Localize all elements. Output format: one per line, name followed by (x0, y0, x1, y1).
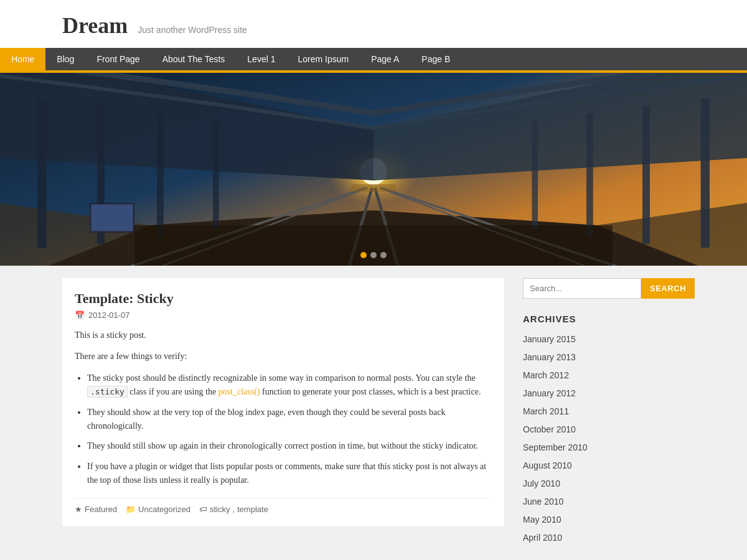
post-bullet-list: The sticky post should be distinctly rec… (87, 371, 492, 488)
svg-rect-16 (157, 113, 164, 236)
star-icon: ★ (75, 505, 82, 514)
search-widget: SEARCH (523, 278, 685, 299)
svg-rect-19 (642, 106, 650, 244)
archive-link[interactable]: January 2013 (523, 348, 685, 366)
svg-rect-14 (37, 98, 46, 248)
nav-item-page-b[interactable]: Page B (410, 48, 461, 70)
content-area: Template: Sticky 📅 2012-01-07 This is a … (62, 278, 504, 560)
archive-item: March 2012 (523, 366, 685, 385)
nav-item-page-a[interactable]: Page A (360, 48, 410, 70)
svg-rect-17 (213, 121, 219, 229)
nav-item-about-the-tests[interactable]: About The Tests (151, 48, 237, 70)
featured-link[interactable]: Featured (85, 505, 117, 514)
post-class-link[interactable]: post_class() (218, 387, 260, 396)
archive-link[interactable]: March 2011 (523, 403, 685, 420)
tag-template[interactable]: template (237, 505, 268, 514)
archive-item: January 2013 (523, 348, 685, 366)
featured-tag: ★ Featured (75, 505, 117, 514)
search-input[interactable] (523, 278, 641, 299)
post-intro: This is a sticky post. (75, 329, 492, 342)
archive-link[interactable]: May 2010 (523, 511, 685, 528)
archive-item: August 2010 (523, 457, 685, 475)
svg-rect-25 (351, 184, 396, 192)
svg-rect-22 (134, 225, 613, 266)
category-link[interactable]: Uncategorized (138, 505, 190, 514)
search-button[interactable]: SEARCH (641, 278, 695, 299)
post-meta: 📅 2012-01-07 (75, 310, 492, 320)
archive-item: January 2012 (523, 385, 685, 403)
archive-link[interactable]: September 2010 (523, 439, 685, 456)
tag-icon: 🏷 (199, 505, 207, 514)
calendar-icon: 📅 (75, 310, 85, 320)
archive-link[interactable]: March 2012 (523, 366, 685, 384)
bullet-4: If you have a plugin or widget that list… (87, 460, 492, 488)
archive-list: January 2015January 2013March 2012Januar… (523, 330, 685, 547)
sticky-post: Template: Sticky 📅 2012-01-07 This is a … (62, 278, 504, 526)
svg-rect-18 (701, 98, 710, 248)
bullet-3: They should still show up again in their… (87, 439, 492, 453)
archive-item: April 2010 (523, 529, 685, 547)
nav-item-home[interactable]: Home (0, 48, 45, 70)
archive-link[interactable]: April 2010 (523, 529, 685, 546)
post-intro2: There are a few things to verify: (75, 350, 492, 363)
archive-item: January 2015 (523, 330, 685, 348)
site-title[interactable]: Dream (62, 12, 128, 39)
slider-dots[interactable] (360, 252, 387, 258)
search-bar[interactable]: SEARCH (523, 278, 685, 299)
sticky-code: .sticky (87, 386, 128, 398)
svg-rect-24 (91, 204, 133, 231)
tag-sticky[interactable]: sticky (210, 505, 230, 514)
slider-dot-3[interactable] (380, 252, 387, 258)
archive-link[interactable]: August 2010 (523, 457, 685, 474)
post-date: 2012-01-07 (88, 310, 130, 320)
site-header: Dream Just another WordPress site (0, 0, 747, 48)
archive-item: March 2011 (523, 403, 685, 421)
sidebar: SEARCH ARCHIVES January 2015January 2013… (523, 278, 685, 560)
post-body: This is a sticky post. There are a few t… (75, 329, 492, 488)
archive-link[interactable]: July 2010 (523, 475, 685, 492)
bullet-1: The sticky post should be distinctly rec… (87, 371, 492, 399)
archives-widget: ARCHIVES January 2015January 2013March 2… (523, 314, 685, 547)
archive-item: June 2010 (523, 493, 685, 511)
archive-item: May 2010 (523, 511, 685, 529)
post-title: Template: Sticky (75, 291, 492, 307)
archive-link[interactable]: June 2010 (523, 493, 685, 510)
bullet-2: They should show at the very top of the … (87, 406, 492, 434)
nav-item-front-page[interactable]: Front Page (85, 48, 151, 70)
post-footer: ★ Featured 📁 Uncategorized 🏷 sticky , te… (75, 498, 492, 514)
main-wrapper: Template: Sticky 📅 2012-01-07 This is a … (0, 266, 747, 560)
category-tag: 📁 Uncategorized (126, 505, 190, 514)
svg-rect-20 (586, 113, 593, 236)
archives-title: ARCHIVES (523, 314, 685, 324)
svg-rect-21 (532, 121, 538, 229)
nav-item-blog[interactable]: Blog (45, 48, 85, 70)
slider-dot-1[interactable] (360, 252, 367, 258)
main-nav[interactable]: HomeBlogFront PageAbout The TestsLevel 1… (0, 48, 747, 70)
archive-link[interactable]: October 2010 (523, 421, 685, 438)
site-tagline: Just another WordPress site (138, 25, 247, 35)
nav-item-lorem-ipsum[interactable]: Lorem Ipsum (286, 48, 360, 70)
archive-link[interactable]: January 2012 (523, 385, 685, 402)
slider-dot-2[interactable] (370, 252, 377, 258)
archive-link[interactable]: January 2015 (523, 330, 685, 348)
folder-icon: 📁 (126, 505, 136, 514)
archive-item: July 2010 (523, 475, 685, 493)
nav-item-level-1[interactable]: Level 1 (236, 48, 286, 70)
tags-section: 🏷 sticky , template (199, 505, 268, 514)
hero-banner (0, 73, 747, 266)
archive-item: October 2010 (523, 421, 685, 439)
archive-item: September 2010 (523, 439, 685, 457)
